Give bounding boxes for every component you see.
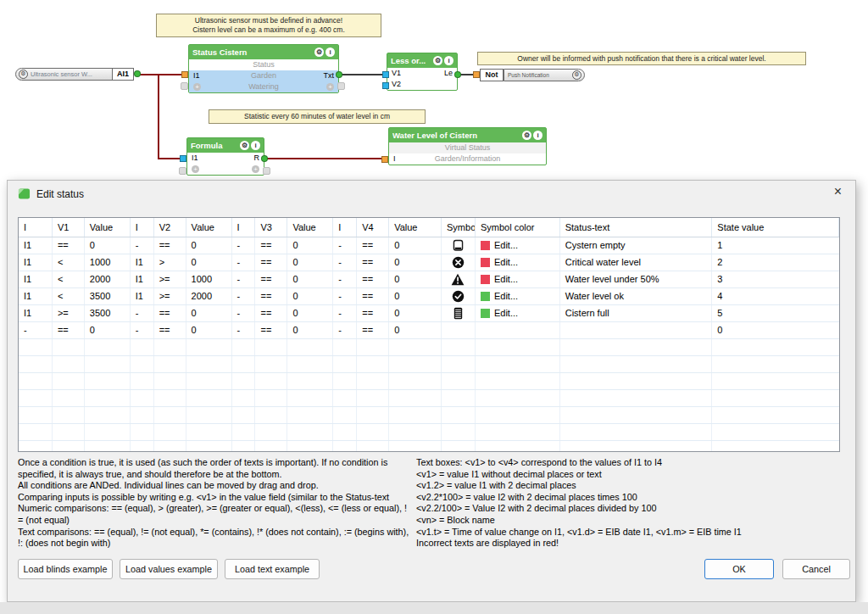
condition-cell[interactable]: 0 <box>287 237 333 254</box>
condition-cell[interactable]: == <box>53 237 85 254</box>
output-port[interactable] <box>454 71 461 78</box>
condition-cell[interactable] <box>131 373 154 389</box>
add-input-icon[interactable]: + <box>192 165 199 173</box>
load-blinds-example-button[interactable]: Load blinds example <box>18 559 113 579</box>
condition-cell[interactable] <box>19 407 53 423</box>
condition-cell[interactable]: I1 <box>19 254 53 271</box>
output-port[interactable] <box>134 70 141 77</box>
condition-cell[interactable]: - <box>232 288 256 304</box>
condition-cell[interactable] <box>154 339 186 355</box>
info-icon[interactable]: i <box>533 131 542 140</box>
condition-cell[interactable]: - <box>333 288 357 304</box>
condition-cell[interactable] <box>333 339 357 355</box>
condition-cell[interactable] <box>357 390 389 406</box>
formula-block[interactable]: Formula ⚙ i I1 R + + <box>186 137 264 176</box>
load-text-example-button[interactable]: Load text example <box>225 559 320 579</box>
condition-cell[interactable] <box>19 424 53 440</box>
condition-cell[interactable] <box>53 356 85 372</box>
circle-check-icon[interactable] <box>442 288 476 304</box>
input-port[interactable] <box>181 71 188 78</box>
condition-cell[interactable]: 0 <box>287 254 333 271</box>
condition-cell[interactable]: 0 <box>389 322 442 338</box>
symbol-color-cell[interactable]: Edit... <box>476 288 560 304</box>
symbol-color-cell[interactable] <box>476 322 560 338</box>
symbol-color-cell[interactable] <box>476 441 560 452</box>
condition-cell[interactable] <box>255 407 287 423</box>
status-text-cell[interactable] <box>560 339 713 355</box>
status-text-cell[interactable] <box>560 356 713 372</box>
condition-cell[interactable]: - <box>131 237 154 254</box>
status-text-cell[interactable] <box>560 390 713 406</box>
condition-cell[interactable] <box>333 441 357 452</box>
condition-cell[interactable] <box>131 390 154 406</box>
status-text-cell[interactable] <box>560 424 713 440</box>
condition-cell[interactable] <box>287 373 333 389</box>
condition-cell[interactable] <box>255 390 287 406</box>
condition-cell[interactable] <box>154 441 186 452</box>
condition-cell[interactable]: 0 <box>186 305 232 321</box>
table-row[interactable]: -==0-==0-==0-==00 <box>19 322 839 339</box>
condition-cell[interactable]: == <box>255 288 287 304</box>
table-row[interactable] <box>19 424 839 441</box>
symbol-color-cell[interactable] <box>476 407 560 423</box>
edit-color-link[interactable]: Edit... <box>494 288 518 304</box>
condition-cell[interactable]: I1 <box>131 288 154 304</box>
condition-cell[interactable]: 0 <box>85 322 131 338</box>
ultrasonic-sensor-input[interactable]: ⚙ Ultrasonic sensor W... AI1 <box>15 68 134 81</box>
edit-color-link[interactable]: Edit... <box>494 271 518 287</box>
state-value-cell[interactable]: 3 <box>712 271 839 287</box>
condition-cell[interactable]: - <box>131 305 154 321</box>
condition-cell[interactable] <box>357 339 389 355</box>
condition-cell[interactable]: == <box>255 305 287 321</box>
condition-cell[interactable] <box>186 390 232 406</box>
edit-color-link[interactable]: Edit... <box>494 254 518 271</box>
condition-cell[interactable] <box>255 424 287 440</box>
condition-cell[interactable]: - <box>333 305 357 321</box>
condition-cell[interactable] <box>186 407 232 423</box>
symbol-color-cell[interactable]: Edit... <box>476 237 560 254</box>
load-values-example-button[interactable]: Load values example <box>120 559 218 579</box>
push-notification-output[interactable]: Push Notification ⚙ <box>504 69 585 81</box>
state-value-cell[interactable] <box>712 424 839 440</box>
tank-empty-icon[interactable] <box>442 237 476 254</box>
condition-cell[interactable]: < <box>53 271 85 287</box>
note-statistic[interactable]: Statistic every 60 minutes of water leve… <box>209 109 426 124</box>
table-row[interactable]: I1<2000I1>=1000-==0-==0Edit...Water leve… <box>19 271 839 288</box>
condition-cell[interactable] <box>255 373 287 389</box>
condition-cell[interactable] <box>255 441 287 452</box>
close-icon[interactable]: × <box>834 184 842 199</box>
condition-cell[interactable]: >= <box>154 288 186 304</box>
condition-cell[interactable]: < <box>53 254 85 271</box>
condition-cell[interactable] <box>232 356 256 372</box>
status-text-cell[interactable] <box>560 322 713 338</box>
condition-cell[interactable] <box>389 441 442 452</box>
state-value-cell[interactable]: 2 <box>712 254 839 271</box>
condition-cell[interactable] <box>154 356 186 372</box>
table-row[interactable] <box>19 373 839 390</box>
condition-cell[interactable]: - <box>333 237 357 254</box>
input-port[interactable] <box>473 71 480 78</box>
status-text-cell[interactable] <box>560 373 713 389</box>
condition-cell[interactable] <box>131 407 154 423</box>
condition-cell[interactable]: == <box>53 322 85 338</box>
status-text-cell[interactable] <box>560 441 713 452</box>
condition-cell[interactable] <box>287 424 333 440</box>
edit-color-link[interactable]: Edit... <box>494 237 518 254</box>
info-icon[interactable]: i <box>326 47 335 57</box>
circle-x-icon[interactable] <box>442 254 476 271</box>
condition-cell[interactable] <box>131 356 154 372</box>
condition-cell[interactable]: 0 <box>389 305 442 321</box>
symbol-color-cell[interactable] <box>476 339 560 355</box>
condition-cell[interactable] <box>255 339 287 355</box>
condition-cell[interactable] <box>53 390 85 406</box>
condition-cell[interactable] <box>232 339 256 355</box>
table-row[interactable] <box>19 356 839 373</box>
info-icon[interactable]: i <box>251 141 260 150</box>
condition-cell[interactable]: - <box>19 322 53 338</box>
condition-cell[interactable] <box>154 424 186 440</box>
condition-cell[interactable] <box>53 424 85 440</box>
input-port[interactable] <box>381 156 388 163</box>
state-value-cell[interactable]: 0 <box>712 322 839 338</box>
condition-cell[interactable]: >= <box>53 305 85 321</box>
condition-cell[interactable]: == <box>357 288 389 304</box>
